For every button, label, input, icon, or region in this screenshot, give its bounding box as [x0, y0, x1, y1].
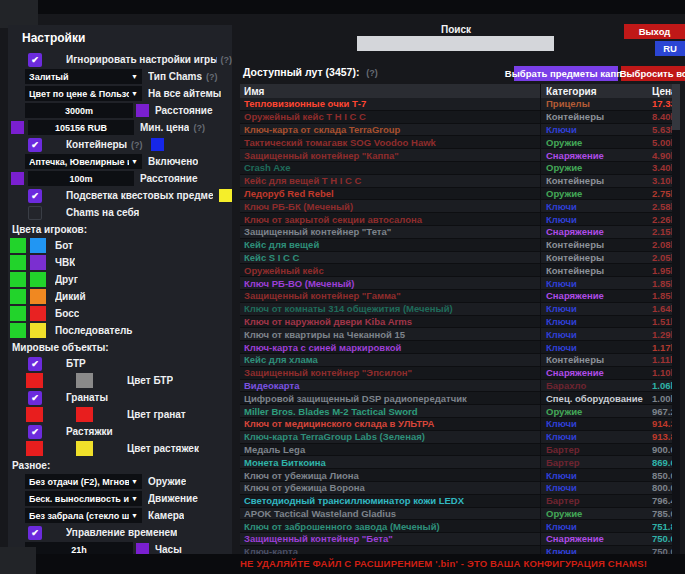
checkbox-checked[interactable]: ✔ [28, 425, 42, 439]
table-row[interactable]: Цифровой защищенный DSP радиопередатчикС… [240, 392, 672, 405]
table-scrollbar[interactable] [672, 84, 680, 554]
help-icon[interactable]: (?) [221, 55, 233, 65]
table-row[interactable]: Crash AxeОружие3.40kk [240, 162, 672, 175]
item-price: 796.4k [652, 495, 672, 506]
player-color-swatch-secondary[interactable] [30, 306, 46, 321]
help-icon[interactable]: (?) [206, 72, 218, 82]
table-row[interactable]: Ключ от медицинского склада в УЛЬТРАКлюч… [240, 418, 672, 431]
help-icon[interactable]: (?) [366, 68, 378, 78]
min-price-color-swatch[interactable] [11, 121, 24, 134]
weapon-dropdown[interactable]: Без отдачи (F2), Мгновенное п ▼ [25, 474, 142, 489]
table-row[interactable]: Медаль LegaБартер900.0k [240, 444, 672, 457]
table-row[interactable]: Ключ от заброшенного завода (Меченый)Клю… [240, 520, 672, 533]
player-color-swatch-secondary[interactable] [30, 255, 46, 270]
scrollbar-thumb[interactable] [672, 84, 680, 130]
item-name: Ключ от квартиры на Чеканной 15 [240, 329, 540, 340]
table-row[interactable]: Защищенный контейнер "Гамма"Снаряжение1.… [240, 290, 672, 303]
player-color-swatch-primary[interactable] [10, 306, 26, 321]
help-icon[interactable]: (?) [193, 123, 205, 133]
table-row[interactable]: APOK Tactical Wasteland GladiusОружие785… [240, 508, 672, 521]
table-row[interactable]: Ключ-карта TerraGroup Labs (Зеленая)Ключ… [240, 431, 672, 444]
filter-distance-color-swatch[interactable] [11, 172, 24, 185]
column-header-category[interactable]: Категория [540, 84, 652, 98]
table-row[interactable]: Монета БиткоинаБартер869.6k [240, 456, 672, 469]
price-color-dropdown[interactable]: Цвет по цене & Пользователь ▼ [25, 86, 142, 101]
table-row[interactable]: Ключ-карта с синей маркировкойКлючи1.17k… [240, 341, 672, 354]
table-row[interactable]: Защищенный контейнер "Бета"Снаряжение750… [240, 533, 672, 546]
table-row[interactable]: Ключ от убежища ВоронаКлючи800.0k [240, 482, 672, 495]
checkbox-checked[interactable]: ✔ [28, 189, 42, 203]
table-row[interactable]: Ключ РБ-ВО (Меченый)Ключи1.85kk [240, 277, 672, 290]
table-row[interactable]: Кейс для вещейКонтейнеры2.08kk [240, 239, 672, 252]
column-header-price[interactable]: Цена [652, 86, 672, 97]
tripwires-row: ✔ Растяжки [8, 423, 232, 440]
player-color-swatch-secondary[interactable] [30, 238, 46, 253]
exit-button[interactable]: Выход [624, 24, 685, 39]
item-name: Ключ от заброшенного завода (Меченый) [240, 521, 540, 532]
table-row[interactable]: Ледоруб Red RebelОружие2.75kk [240, 188, 672, 201]
table-row[interactable]: Кейс для вещей T H I C CКонтейнеры3.10kk [240, 175, 672, 188]
search-input[interactable] [357, 36, 554, 51]
language-button[interactable]: RU [655, 41, 685, 56]
item-name: APOK Tactical Wasteland Gladius [240, 508, 540, 519]
quest-highlight-color-swatch[interactable] [219, 189, 232, 202]
checkbox-checked[interactable]: ✔ [28, 391, 42, 405]
movement-dropdown[interactable]: Беск. выносливость и нет уста ▼ [25, 491, 142, 506]
player-color-swatch-secondary[interactable] [30, 323, 46, 338]
table-row[interactable]: ВидеокартаБарахло1.06kk [240, 380, 672, 393]
checkbox-checked[interactable]: ✔ [28, 53, 42, 67]
table-row[interactable]: Ключ от квартиры на Чеканной 15Ключи1.29… [240, 328, 672, 341]
table-row[interactable]: Miller Bros. Blades M-2 Tactical SwordОр… [240, 405, 672, 418]
player-color-swatch-primary[interactable] [10, 238, 26, 253]
checkbox-checked[interactable]: ✔ [28, 357, 42, 371]
item-price: 1.00kk [652, 393, 672, 404]
select-kappa-items-button[interactable]: Выбрать предметы каппа [514, 66, 618, 81]
drop-all-button[interactable]: Выбросить все [621, 66, 685, 81]
table-row[interactable]: Тепловизионные очки Т-7Прицелы17.33kk [240, 98, 672, 111]
table-row[interactable]: Ключ РБ-БК (Меченый)Ключи2.58kk [240, 200, 672, 213]
table-row[interactable]: Защищенный контейнер "Каппа"Снаряжение4.… [240, 149, 672, 162]
checkbox-checked[interactable]: ✔ [28, 526, 42, 540]
btr-color-swatch-b[interactable] [76, 373, 93, 388]
item-filter-dropdown[interactable]: Аптечка, Ювелирные и... ▼ [25, 154, 142, 169]
table-row[interactable]: Светодиодный трансиллюминатор кожи LEDXБ… [240, 495, 672, 508]
filter-distance-input[interactable]: 100m [28, 171, 134, 186]
table-row[interactable]: Кейс S I C CКонтейнеры2.05kk [240, 252, 672, 265]
table-row[interactable]: Ключ-карта от склада TerraGroupКлючи5.63… [240, 124, 672, 137]
distance-color-swatch[interactable] [136, 104, 149, 117]
player-color-swatch-secondary[interactable] [30, 289, 46, 304]
item-category: Оружие [540, 136, 652, 148]
min-price-input[interactable]: 105156 RUB [28, 120, 134, 135]
table-row[interactable]: Ключ-картаКлючи750.0k [240, 546, 672, 554]
player-color-swatch-primary[interactable] [10, 323, 26, 338]
btr-color-swatch-a[interactable] [26, 373, 43, 388]
item-category: Ключи [540, 418, 652, 430]
checkbox-unchecked[interactable] [28, 206, 42, 220]
chams-type-dropdown[interactable]: Залитый ▼ [25, 69, 142, 84]
player-color-swatch-secondary[interactable] [30, 272, 46, 287]
table-row[interactable]: Ключ от закрытой секции автосалонаКлючи2… [240, 213, 672, 226]
containers-color-swatch[interactable] [151, 138, 164, 151]
table-row[interactable]: Кейс для хламаКонтейнеры1.11kk [240, 354, 672, 367]
tripwire-color-swatch-b[interactable] [76, 441, 93, 456]
table-row[interactable]: Ключ от комнаты 314 общежития (Меченый)К… [240, 303, 672, 316]
camera-dropdown[interactable]: Без забрала (стекло шлема) ▼ [25, 508, 142, 523]
loot-header: Доступный лут (3457): (?) [243, 66, 378, 78]
player-color-swatch-primary[interactable] [10, 289, 26, 304]
checkbox-checked[interactable]: ✔ [28, 138, 42, 152]
grenade-color-swatch-a[interactable] [26, 407, 43, 422]
grenade-color-swatch-b[interactable] [76, 407, 93, 422]
table-row[interactable]: Защищенный контейнер "Тета"Снаряжение2.1… [240, 226, 672, 239]
table-row[interactable]: Оружейный кейс T H I C CКонтейнеры8.40kk [240, 111, 672, 124]
tripwire-color-swatch-a[interactable] [26, 441, 43, 456]
player-color-swatch-primary[interactable] [10, 272, 26, 287]
table-row[interactable]: Защищенный контейнер "Эпсилон"Снаряжение… [240, 367, 672, 380]
table-row[interactable]: Тактический томагавк SOG Voodoo HawkОруж… [240, 136, 672, 149]
table-row[interactable]: Оружейный кейсКонтейнеры1.95kk [240, 264, 672, 277]
table-row[interactable]: Ключ от убежища ЛионаКлючи850.0k [240, 469, 672, 482]
table-row[interactable]: Ключ от наружной двери Kiba ArmsКлючи1.5… [240, 316, 672, 329]
player-color-swatch-primary[interactable] [10, 255, 26, 270]
help-icon[interactable]: (?) [131, 140, 143, 150]
column-header-name[interactable]: Имя [240, 86, 540, 97]
distance-input[interactable]: 3000m [25, 103, 133, 118]
